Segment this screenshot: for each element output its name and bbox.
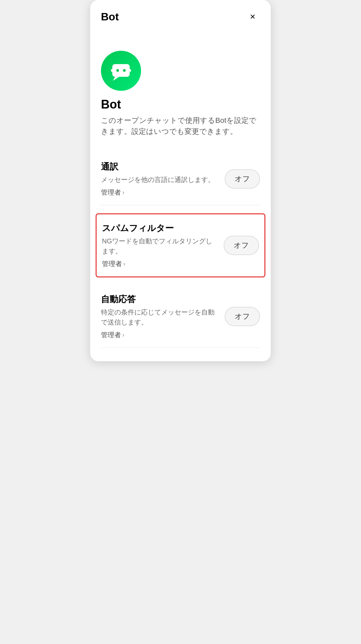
spam-filter-title: スパムフィルター (102, 222, 217, 234)
close-button[interactable]: × (245, 9, 260, 24)
auto-reply-section: 自動応答 特定の条件に応じてメッセージを自動で送信します。 管理者 › オフ (101, 285, 260, 348)
page-title: Bot (101, 11, 119, 23)
auto-reply-toggle[interactable]: オフ (225, 307, 260, 326)
svg-rect-5 (129, 69, 131, 72)
translation-admin-link[interactable]: 管理者 › (101, 188, 218, 197)
translation-row: 通訳 メッセージを他の言語に通訳します。 管理者 › オフ (101, 161, 260, 197)
spam-filter-toggle[interactable]: オフ (224, 236, 259, 255)
bot-profile: Bot このオープンチャットで使用するBotを設定できます。設定はいつでも変更で… (101, 37, 260, 137)
translation-toggle[interactable]: オフ (225, 169, 260, 189)
svg-point-2 (116, 69, 119, 72)
auto-reply-info: 自動応答 特定の条件に応じてメッセージを自動で送信します。 管理者 › (101, 293, 218, 340)
svg-marker-1 (113, 77, 119, 81)
spam-filter-info: スパムフィルター NGワードを自動でフィルタリングします。 管理者 › (102, 222, 217, 268)
translation-info: 通訳 メッセージを他の言語に通訳します。 管理者 › (101, 161, 218, 197)
bot-description: このオープンチャットで使用するBotを設定できます。設定はいつでも変更できます。 (101, 115, 260, 137)
auto-reply-desc: 特定の条件に応じてメッセージを自動で送信します。 (101, 307, 218, 327)
translation-chevron-icon: › (122, 189, 124, 196)
spam-filter-desc: NGワードを自動でフィルタリングします。 (102, 236, 217, 256)
auto-reply-chevron-icon: › (122, 332, 124, 339)
auto-reply-admin-link[interactable]: 管理者 › (101, 331, 218, 340)
bot-name: Bot (101, 97, 121, 112)
spam-filter-admin-link[interactable]: 管理者 › (102, 259, 217, 268)
bot-icon (110, 60, 132, 81)
phone-container: Bot × Bot このオープンチャットで使用するBotを設定で (90, 0, 271, 361)
spam-filter-section: スパムフィルター NGワードを自動でフィルタリングします。 管理者 › オフ (96, 213, 265, 277)
translation-section: 通訳 メッセージを他の言語に通訳します。 管理者 › オフ (101, 153, 260, 205)
translation-title: 通訳 (101, 161, 218, 173)
bot-avatar (101, 51, 141, 91)
svg-rect-4 (111, 69, 113, 72)
translation-desc: メッセージを他の言語に通訳します。 (101, 175, 218, 185)
svg-rect-0 (112, 64, 130, 77)
spam-filter-row: スパムフィルター NGワードを自動でフィルタリングします。 管理者 › オフ (102, 222, 259, 268)
spam-filter-chevron-icon: › (123, 260, 125, 267)
auto-reply-title: 自動応答 (101, 293, 218, 305)
main-content: Bot このオープンチャットで使用するBotを設定できます。設定はいつでも変更で… (90, 31, 271, 361)
auto-reply-row: 自動応答 特定の条件に応じてメッセージを自動で送信します。 管理者 › オフ (101, 293, 260, 340)
header: Bot × (90, 0, 271, 31)
svg-point-3 (123, 69, 126, 72)
